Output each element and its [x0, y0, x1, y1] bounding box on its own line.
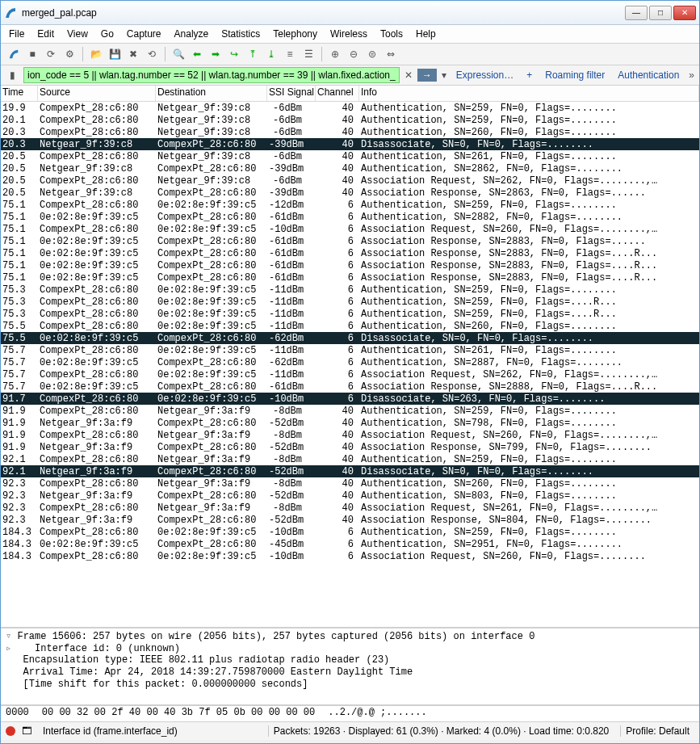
roaming-filter-button[interactable]: Roaming filter — [540, 69, 610, 81]
packet-row[interactable]: 91.9CompexPt_28:c6:80Netgear_9f:3a:f9-8d… — [1, 429, 699, 441]
packet-row[interactable]: 92.3Netgear_9f:3a:f9CompexPt_28:c6:80-52… — [1, 490, 699, 502]
close-button[interactable]: ✕ — [673, 6, 696, 20]
zoom-in-icon[interactable]: ⊕ — [327, 46, 343, 62]
zoom-reset-icon[interactable]: ⊜ — [364, 46, 380, 62]
bookmark-filter-icon[interactable]: ▮ — [4, 67, 20, 83]
tree-item[interactable]: Interface id: 0 (unknown) — [6, 642, 694, 654]
packet-row[interactable]: 184.30e:02:8e:9f:39:c5CompexPt_28:c6:80-… — [1, 538, 699, 550]
column-time[interactable]: Time — [1, 86, 38, 101]
packet-row[interactable]: 20.3Netgear_9f:39:c8CompexPt_28:c6:80-39… — [1, 138, 699, 150]
go-back-icon[interactable]: ⬅ — [189, 46, 205, 62]
packet-row[interactable]: 20.5CompexPt_28:c6:80Netgear_9f:39:c8-6d… — [1, 150, 699, 162]
go-forward-icon[interactable]: ➡ — [207, 46, 224, 62]
packet-details-pane[interactable]: Frame 15606: 257 bytes on wire (2056 bit… — [1, 628, 699, 706]
find-icon[interactable]: 🔍 — [170, 46, 187, 62]
auto-scroll-icon[interactable]: ≡ — [282, 46, 298, 62]
open-file-icon[interactable]: 📂 — [88, 46, 104, 62]
packet-row[interactable]: 75.3CompexPt_28:c6:800e:02:8e:9f:39:c5-1… — [1, 308, 699, 320]
packet-row[interactable]: 92.1CompexPt_28:c6:80Netgear_9f:3a:f9-8d… — [1, 453, 699, 465]
packet-row[interactable]: 184.3CompexPt_28:c6:800e:02:8e:9f:39:c5-… — [1, 526, 699, 538]
packet-row[interactable]: 75.10e:02:8e:9f:39:c5CompexPt_28:c6:80-6… — [1, 271, 699, 284]
titlebar[interactable]: merged_pal.pcap — □ ✕ — [1, 1, 699, 25]
packet-row[interactable]: 20.5Netgear_9f:39:c8CompexPt_28:c6:80-39… — [1, 187, 699, 199]
stop-icon[interactable]: ■ — [24, 46, 40, 62]
go-first-icon[interactable]: ⤒ — [245, 46, 261, 62]
packet-row[interactable]: 20.5CompexPt_28:c6:80Netgear_9f:39:c8-6d… — [1, 174, 699, 187]
packet-row[interactable]: 20.3CompexPt_28:c6:80Netgear_9f:39:c8-6d… — [1, 126, 699, 138]
packet-row[interactable]: 91.7CompexPt_28:c6:800e:02:8e:9f:39:c5-1… — [1, 393, 699, 405]
packet-row[interactable]: 75.3CompexPt_28:c6:800e:02:8e:9f:39:c5-1… — [1, 284, 699, 296]
column-info[interactable]: Info — [359, 86, 699, 101]
packet-row[interactable]: 184.3CompexPt_28:c6:800e:02:8e:9f:39:c5-… — [1, 550, 699, 562]
packet-row[interactable]: 75.10e:02:8e:9f:39:c5CompexPt_28:c6:80-6… — [1, 211, 699, 223]
packet-row[interactable]: 91.9CompexPt_28:c6:80Netgear_9f:3a:f9-8d… — [1, 405, 699, 417]
packet-bytes-pane[interactable]: 0000 00 00 32 00 2f 40 00 40 3b 7f 05 0b… — [1, 706, 699, 722]
zoom-out-icon[interactable]: ⊖ — [346, 46, 362, 62]
packet-row[interactable]: 92.3CompexPt_28:c6:80Netgear_9f:3a:f9-8d… — [1, 502, 699, 514]
menu-help[interactable]: Help — [416, 28, 436, 40]
capture-file-icon[interactable]: 🗔 — [22, 725, 31, 737]
packet-row[interactable]: 75.7CompexPt_28:c6:800e:02:8e:9f:39:c5-1… — [1, 344, 699, 356]
add-filter-button[interactable]: + — [522, 69, 537, 81]
save-icon[interactable]: 💾 — [107, 46, 123, 62]
packet-row[interactable]: 75.70e:02:8e:9f:39:c5CompexPt_28:c6:80-6… — [1, 356, 699, 368]
packet-list-scroll[interactable]: 19.9CompexPt_28:c6:80Netgear_9f:39:c8-6d… — [1, 102, 699, 628]
menu-telephony[interactable]: Telephony — [273, 28, 317, 40]
packet-list-header[interactable]: Time Source Destination SSI Signal Chann… — [1, 86, 699, 102]
menu-edit[interactable]: Edit — [37, 28, 54, 40]
tree-item[interactable]: Encapsulation type: IEEE 802.11 plus rad… — [6, 654, 694, 666]
capture-options-icon[interactable]: ⚙ — [61, 46, 78, 62]
packet-row[interactable]: 75.3CompexPt_28:c6:800e:02:8e:9f:39:c5-1… — [1, 296, 699, 308]
reload-icon[interactable]: ⟲ — [144, 46, 160, 62]
filter-dropdown-icon[interactable]: ▾ — [440, 69, 448, 81]
packet-row[interactable]: 75.1CompexPt_28:c6:800e:02:8e:9f:39:c5-1… — [1, 199, 699, 211]
go-last-icon[interactable]: ⤓ — [263, 46, 279, 62]
packet-row[interactable]: 92.3CompexPt_28:c6:80Netgear_9f:3a:f9-8d… — [1, 477, 699, 490]
resize-columns-icon[interactable]: ⇔ — [383, 46, 399, 62]
apply-filter-icon[interactable]: → — [417, 69, 437, 82]
packet-row[interactable]: 20.5Netgear_9f:39:c8CompexPt_28:c6:80-39… — [1, 162, 699, 174]
clear-filter-icon[interactable]: ✕ — [403, 69, 414, 81]
packet-row[interactable]: 19.9CompexPt_28:c6:80Netgear_9f:39:c8-6d… — [1, 102, 699, 114]
packet-row[interactable]: 75.1CompexPt_28:c6:800e:02:8e:9f:39:c5-1… — [1, 223, 699, 235]
menu-statistics[interactable]: Statistics — [221, 28, 260, 40]
packet-row[interactable]: 75.10e:02:8e:9f:39:c5CompexPt_28:c6:80-6… — [1, 235, 699, 247]
column-source[interactable]: Source — [38, 86, 156, 101]
menu-view[interactable]: View — [67, 28, 88, 40]
tree-item[interactable]: Frame 15606: 257 bytes on wire (2056 bit… — [6, 630, 694, 642]
menu-go[interactable]: Go — [101, 28, 114, 40]
column-ssi-signal[interactable]: SSI Signal — [267, 86, 316, 101]
menu-capture[interactable]: Capture — [127, 28, 161, 40]
close-file-icon[interactable]: ✖ — [125, 46, 141, 62]
packet-row[interactable]: 20.1CompexPt_28:c6:80Netgear_9f:39:c8-6d… — [1, 114, 699, 126]
expression-button[interactable]: Expression… — [451, 69, 518, 81]
menu-wireless[interactable]: Wireless — [330, 28, 367, 40]
restart-capture-icon[interactable]: ⟳ — [43, 46, 59, 62]
menu-analyze[interactable]: Analyze — [174, 28, 209, 40]
tree-item[interactable]: Arrival Time: Apr 24, 2018 14:39:27.7598… — [6, 666, 694, 679]
packet-row[interactable]: 75.10e:02:8e:9f:39:c5CompexPt_28:c6:80-6… — [1, 259, 699, 271]
packet-row[interactable]: 75.10e:02:8e:9f:39:c5CompexPt_28:c6:80-6… — [1, 247, 699, 259]
packet-row[interactable]: 75.70e:02:8e:9f:39:c5CompexPt_28:c6:80-6… — [1, 380, 699, 393]
colorize-icon[interactable]: ☰ — [300, 46, 316, 62]
packet-row[interactable]: 91.9Netgear_9f:3a:f9CompexPt_28:c6:80-52… — [1, 417, 699, 429]
minimize-button[interactable]: — — [625, 6, 648, 20]
packet-row[interactable]: 75.7CompexPt_28:c6:800e:02:8e:9f:39:c5-1… — [1, 368, 699, 380]
maximize-button[interactable]: □ — [649, 6, 672, 20]
status-profile[interactable]: Profile: Default — [620, 725, 694, 737]
tree-item[interactable]: [Time shift for this packet: 0.000000000… — [6, 679, 694, 691]
packet-row[interactable]: 91.9Netgear_9f:3a:f9CompexPt_28:c6:80-52… — [1, 441, 699, 453]
display-filter-input[interactable] — [23, 67, 400, 83]
menu-file[interactable]: File — [9, 28, 24, 40]
jump-to-icon[interactable]: ↪ — [226, 46, 242, 62]
menu-tools[interactable]: Tools — [380, 28, 403, 40]
packet-row[interactable]: 75.5CompexPt_28:c6:800e:02:8e:9f:39:c5-1… — [1, 320, 699, 332]
authentication-filter-button[interactable]: Authentication — [613, 69, 684, 81]
shark-fin-icon[interactable] — [6, 46, 22, 62]
more-filters-icon[interactable]: » — [687, 69, 696, 81]
packet-row[interactable]: 75.50e:02:8e:9f:39:c5CompexPt_28:c6:80-6… — [1, 332, 699, 344]
packet-row[interactable]: 92.1Netgear_9f:3a:f9CompexPt_28:c6:80-52… — [1, 465, 699, 477]
packet-row[interactable]: 92.3Netgear_9f:3a:f9CompexPt_28:c6:80-52… — [1, 514, 699, 526]
expert-info-icon[interactable] — [6, 726, 15, 736]
column-destination[interactable]: Destination — [156, 86, 267, 101]
